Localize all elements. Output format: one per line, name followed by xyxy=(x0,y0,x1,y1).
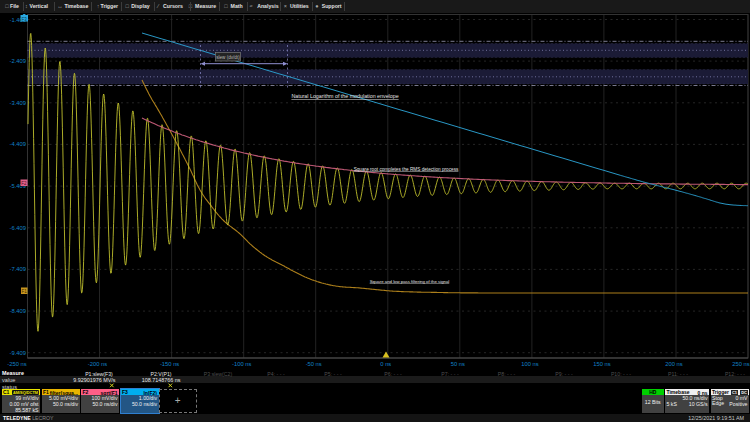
svg-text:-100 ns: -100 ns xyxy=(232,361,251,367)
svg-text:slew (dv/dt): slew (dv/dt) xyxy=(216,55,240,60)
svg-text:100 ns: 100 ns xyxy=(521,361,539,367)
svg-text:-50 ns: -50 ns xyxy=(306,361,322,367)
svg-text:Natural Logarithm of the modul: Natural Logarithm of the modulation enve… xyxy=(291,93,398,99)
svg-text:-3.409: -3.409 xyxy=(10,100,26,106)
svg-text:F1: F1 xyxy=(22,289,28,294)
svg-text:-200 ns: -200 ns xyxy=(88,361,107,367)
svg-text:-250 ns: -250 ns xyxy=(7,361,26,367)
svg-text:-6.409: -6.409 xyxy=(10,225,26,231)
svg-text:200 ns: 200 ns xyxy=(665,361,683,367)
svg-text:-150 ns: -150 ns xyxy=(160,361,179,367)
svg-text:150 ns: 150 ns xyxy=(593,361,611,367)
svg-text:-9.409: -9.409 xyxy=(10,350,26,356)
svg-text:F2: F2 xyxy=(21,181,27,186)
svg-text:Square and low pass filtering: Square and low pass filtering of the sig… xyxy=(370,279,450,284)
svg-text:F3: F3 xyxy=(22,17,28,22)
svg-text:50 ns: 50 ns xyxy=(451,361,465,367)
svg-text:0 ns: 0 ns xyxy=(380,361,391,367)
svg-text:-2.409: -2.409 xyxy=(10,58,26,64)
svg-text:-7.409: -7.409 xyxy=(10,266,26,272)
svg-text:Square root completes the RMS: Square root completes the RMS detection … xyxy=(354,167,459,172)
svg-text:250 ns: 250 ns xyxy=(732,361,750,367)
svg-text:-4.409: -4.409 xyxy=(10,141,26,147)
svg-text:-8.409: -8.409 xyxy=(10,308,26,314)
